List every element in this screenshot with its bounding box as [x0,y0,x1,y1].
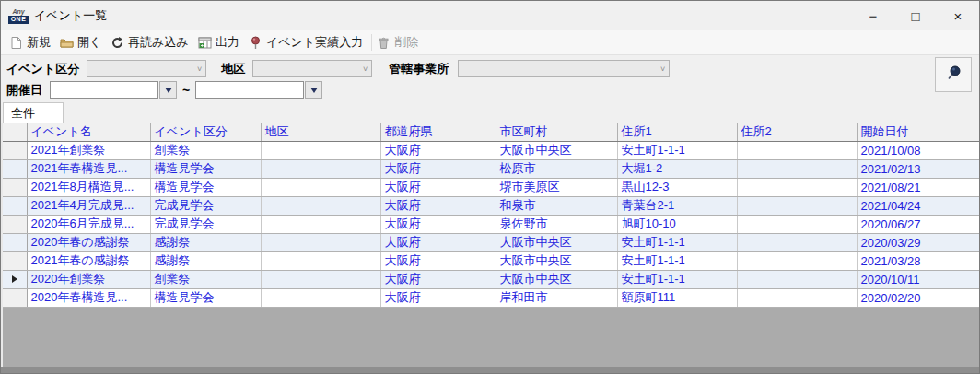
delete-button-label: 削除 [394,34,418,51]
cell-event-name: 2020年春構造見... [27,288,150,307]
cell-address2 [737,196,857,215]
column-header-start-date[interactable]: 開始日付 [857,123,979,141]
reload-button[interactable]: 再読み込み [108,31,195,53]
title-bar: Any ONE イベント一覧 − □ × [1,1,979,30]
date-from-input[interactable] [50,81,158,99]
cell-start-date: 2021/10/08 [857,141,979,159]
reload-button-label: 再読み込み [128,34,189,51]
open-button[interactable]: 開く [57,31,108,53]
cell-address1: 安土町1-1-1 [617,270,737,288]
chevron-down-icon: ˅ [363,64,368,74]
cell-city: 大阪市中央区 [496,233,617,251]
row-selector[interactable] [3,270,27,288]
table-row[interactable]: 2020年春の感謝祭 感謝祭 大阪府 大阪市中央区 安土町1-1-1 2020/… [3,233,979,251]
cell-event-name: 2021年春の感謝祭 [27,251,150,270]
table-row[interactable]: 2021年春の感謝祭 感謝祭 大阪府 大阪市中央区 安土町1-1-1 2021/… [3,251,979,270]
table-row[interactable]: 2021年8月構造見... 構造見学会 大阪府 堺市美原区 黒山12-3 202… [3,178,979,196]
event-result-button[interactable]: イベント実績入力 [246,31,369,53]
window-controls: − □ × [852,1,979,30]
row-selector[interactable] [3,288,27,307]
current-row-arrow [12,275,18,283]
row-selector[interactable] [3,251,27,270]
cell-address1: 旭町10-10 [617,215,737,233]
event-category-dropdown[interactable]: ˅ [87,60,206,77]
column-header-category[interactable]: イベント区分 [150,123,261,141]
cell-district [261,141,380,159]
tab-all[interactable]: 全件 [3,102,64,123]
maximize-button[interactable]: □ [894,1,937,30]
row-selector[interactable] [3,233,27,251]
cell-start-date: 2020/10/11 [857,270,979,288]
cell-category: 完成見学会 [150,196,261,215]
cell-address2 [737,215,857,233]
cell-category: 構造見学会 [150,159,261,178]
row-selector[interactable] [3,196,27,215]
row-selector[interactable] [3,178,27,196]
pushpin-navy-icon [944,64,962,86]
date-to-input[interactable] [195,81,304,99]
office-label: 管轄事業所 [389,61,449,77]
district-dropdown[interactable]: ˅ [252,60,372,77]
cell-address2 [737,270,857,288]
cell-category: 感謝祭 [150,233,261,251]
delete-button[interactable]: 削除 [374,31,425,53]
reload-icon [111,36,124,50]
cell-category: 構造見学会 [150,288,261,307]
cell-start-date: 2021/03/28 [857,251,979,270]
cell-start-date: 2020/06/27 [857,215,979,233]
trash-icon [377,36,391,50]
cell-address2 [737,251,857,270]
minimize-button[interactable]: − [852,1,894,30]
row-selector[interactable] [3,215,27,233]
column-header-district[interactable]: 地区 [261,123,380,141]
column-header-address2[interactable]: 住所2 [737,123,857,141]
pin-panel-button[interactable] [935,57,972,92]
cell-district [261,196,380,215]
column-header-city[interactable]: 市区町村 [496,123,617,141]
filter-row-1: イベント区分 ˅ 地区 ˅ 管轄事業所 ˅ [6,58,974,79]
table-row[interactable]: 2021年春構造見... 構造見学会 大阪府 松原市 大堀1-2 2021/02… [3,159,979,178]
cell-district [261,251,380,270]
table-row[interactable]: 2021年創業祭 創業祭 大阪府 大阪市中央区 安土町1-1-1 2021/10… [3,141,979,159]
cell-city: 和泉市 [496,196,617,215]
window-title: イベント一覧 [34,7,107,24]
cell-start-date: 2021/04/24 [857,196,979,215]
date-from-picker-button[interactable] [159,81,177,99]
event-category-label: イベント区分 [6,61,79,77]
cell-event-name: 2021年4月完成見... [27,196,150,215]
cell-event-name: 2020年創業祭 [27,270,150,288]
table-row[interactable]: 2021年4月完成見... 完成見学会 大阪府 和泉市 青葉台2-1 2021/… [3,196,979,215]
cell-city: 泉佐野市 [496,215,617,233]
app-logo-icon: Any ONE [8,8,29,24]
table-row[interactable]: 2020年春構造見... 構造見学会 大阪府 岸和田市 額原町111 2020/… [3,288,979,307]
open-button-label: 開く [77,34,101,51]
event-grid: イベント名 イベント区分 地区 都道府県 市区町村 住所1 住所2 開始日付 2… [1,123,979,374]
cell-event-name: 2021年春構造見... [27,159,150,178]
cell-address1: 安土町1-1-1 [617,233,737,251]
event-date-label: 開催日 [6,82,42,99]
cell-address2 [737,141,857,159]
cell-category: 感謝祭 [150,251,261,270]
output-button[interactable]: 出力 [195,31,246,53]
cell-event-name: 2021年8月構造見... [27,178,150,196]
cell-prefecture: 大阪府 [380,178,496,196]
close-button[interactable]: × [937,1,979,30]
column-header-prefecture[interactable]: 都道府県 [380,123,496,141]
office-dropdown[interactable]: ˅ [458,60,670,77]
date-to-picker-button[interactable] [305,81,322,99]
row-selector[interactable] [3,141,27,159]
table-row[interactable]: 2020年6月完成見... 完成見学会 大阪府 泉佐野市 旭町10-10 202… [3,215,979,233]
row-selector[interactable] [3,159,27,178]
dropdown-triangle-icon [310,88,318,93]
event-result-button-label: イベント実績入力 [266,34,363,51]
column-header-address1[interactable]: 住所1 [617,123,737,141]
new-button[interactable]: 新規 [6,31,57,53]
cell-prefecture: 大阪府 [380,233,496,251]
cell-address2 [737,233,857,251]
open-folder-icon [60,36,74,50]
cell-city: 松原市 [496,159,617,178]
toolbar-separator [371,34,372,51]
table-row[interactable]: 2020年創業祭 創業祭 大阪府 大阪市中央区 安土町1-1-1 2020/10… [3,270,979,288]
column-header-event-name[interactable]: イベント名 [27,123,150,141]
cell-category: 創業祭 [150,270,261,288]
